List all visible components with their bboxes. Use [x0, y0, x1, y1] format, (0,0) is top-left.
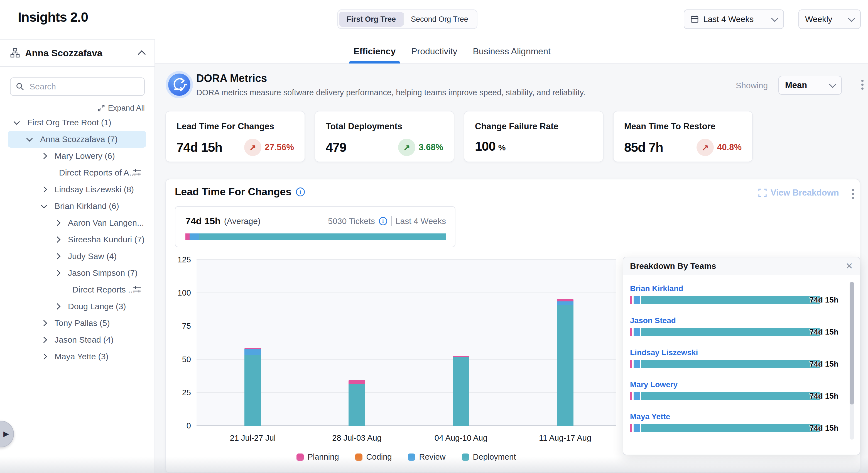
search-box[interactable] [10, 78, 145, 96]
tab-efficiency[interactable]: Efficiency [353, 39, 396, 63]
expand-all-button[interactable]: Expand All [0, 104, 145, 113]
sidebar: Anna Scozzafava Expand All First Org Tre… [0, 39, 155, 473]
team-link[interactable]: Lindsay Liszewski [630, 348, 821, 357]
bar-segment-review [633, 328, 640, 336]
chevron-down-icon [848, 15, 855, 22]
chevron-down-icon[interactable] [41, 202, 47, 209]
chevron-right-icon[interactable] [41, 354, 47, 360]
chevron-right-icon[interactable] [41, 153, 47, 159]
bar-segment-planning [630, 328, 632, 336]
info-icon[interactable]: i [296, 187, 305, 197]
tree-item[interactable]: Direct Reports of A... [0, 164, 155, 181]
team-bar-value: 74d 15h [810, 392, 838, 401]
gridline [196, 259, 616, 260]
summary-text-row: 74d 15h (Average) 5030 Tickets i Last 4 … [185, 216, 446, 227]
bar-segment-deployment [557, 305, 574, 426]
x-axis-label: 28 Jul-03 Aug [312, 434, 401, 443]
x-axis-label: 04 Aug-10 Aug [416, 434, 505, 443]
tree-item[interactable]: Aaron Van Langen... [0, 214, 155, 231]
tree-item[interactable]: Brian Kirkland (6) [0, 198, 155, 214]
tree-item[interactable]: Jason Simpson (7) [0, 265, 155, 282]
showing-select[interactable]: Mean [778, 76, 842, 95]
filter-sliders-icon[interactable] [133, 285, 142, 294]
breakdown-rows: Brian Kirkland74d 15hJason Stead74d 15hL… [630, 284, 821, 444]
dora-kebab-menu[interactable] [861, 80, 864, 90]
tree-item[interactable]: Jason Stead (4) [0, 331, 155, 348]
dora-metrics-icon [168, 73, 190, 96]
breakdown-row: Brian Kirkland74d 15h [630, 284, 821, 304]
team-link[interactable]: Jason Stead [630, 316, 821, 325]
view-breakdown-button[interactable]: View Breakdown [758, 188, 839, 198]
chevron-right-icon[interactable] [54, 237, 61, 243]
filter-sliders-icon[interactable] [133, 168, 142, 177]
chevron-down-icon[interactable] [13, 119, 20, 125]
bar-segment-planning [630, 296, 632, 304]
tree-item[interactable]: Doug Lange (3) [0, 298, 155, 315]
tree-item[interactable]: Maya Yette (3) [0, 348, 155, 365]
trend-up-arrow-icon: ↗ [696, 139, 714, 156]
stacked-bar[interactable] [348, 380, 365, 426]
search-input[interactable] [29, 82, 139, 92]
bar-segment-deployment [641, 360, 821, 368]
chevron-right-icon[interactable] [41, 320, 47, 326]
tree-item[interactable]: Judy Saw (4) [0, 248, 155, 265]
stacked-bar[interactable] [244, 348, 261, 426]
stacked-bar[interactable] [453, 356, 469, 426]
legend-swatch [297, 453, 304, 461]
tree-item-label: Judy Saw (4) [68, 252, 117, 261]
granularity-select[interactable]: Weekly [798, 9, 861, 29]
tree-item[interactable]: Anna Scozzafava (7) [8, 131, 146, 148]
tab-label: Business Alignment [473, 46, 551, 57]
tab-business-alignment[interactable]: Business Alignment [473, 39, 551, 63]
sidebar-header[interactable]: Anna Scozzafava [0, 39, 155, 67]
chevron-right-icon[interactable] [41, 337, 47, 343]
tree-item[interactable]: Lindsay Liszewski (8) [0, 181, 155, 198]
close-icon[interactable]: ✕ [845, 261, 853, 271]
team-link[interactable]: Brian Kirkland [630, 284, 821, 293]
y-tick-label: 25 [166, 388, 191, 397]
chevron-down-icon[interactable] [26, 136, 33, 142]
info-icon[interactable]: i [379, 217, 387, 225]
scrollbar-track[interactable] [849, 282, 854, 440]
tree-item[interactable]: Direct Reports ... [0, 282, 155, 298]
tree-item[interactable]: First Org Tree Root (1) [0, 114, 155, 131]
chevron-right-icon[interactable] [54, 253, 61, 260]
view-breakdown-label: View Breakdown [771, 188, 839, 198]
team-link[interactable]: Maya Yette [630, 412, 821, 421]
team-bar-value: 74d 15h [810, 360, 838, 368]
showing-value: Mean [785, 80, 807, 90]
team-bar-value: 74d 15h [810, 328, 838, 336]
date-range-select[interactable]: Last 4 Weeks [684, 9, 784, 29]
chevron-right-icon[interactable] [41, 186, 47, 193]
chevron-right-icon[interactable] [54, 303, 61, 310]
org-tree-toggle[interactable]: First Org TreeSecond Org Tree [337, 9, 477, 29]
sidebar-collapse-handle[interactable]: ▶ [0, 421, 14, 447]
team-stacked-bar: 74d 15h [630, 360, 821, 368]
lead-time-kebab-menu[interactable] [852, 189, 854, 199]
org-tree-option[interactable]: Second Org Tree [404, 12, 475, 27]
tree-item[interactable]: Tony Pallas (5) [0, 315, 155, 331]
tab-productivity[interactable]: Productivity [411, 39, 457, 63]
chevron-right-icon[interactable] [54, 220, 61, 226]
fullscreen-corners-icon [758, 188, 767, 197]
org-tree-option[interactable]: First Org Tree [339, 12, 403, 27]
metric-value: 74d 15h [177, 140, 222, 155]
bar-segment-deployment [453, 357, 469, 426]
tree-item[interactable]: Sireesha Kunduri (7) [0, 231, 155, 248]
stacked-bar[interactable] [557, 299, 574, 426]
main-tabs: EfficiencyProductivityBusiness Alignment [353, 39, 551, 63]
org-chart-icon [10, 48, 20, 58]
delta-value: 27.56% [265, 142, 294, 152]
chevron-right-icon[interactable] [54, 270, 61, 276]
x-axis-label: 11 Aug-17 Aug [521, 434, 610, 443]
summary-qualifier: (Average) [224, 216, 260, 226]
org-tree: First Org Tree Root (1)Anna Scozzafava (… [0, 114, 155, 365]
team-link[interactable]: Mary Lowery [630, 380, 821, 389]
trend-up-arrow-icon: ↗ [398, 139, 415, 156]
main-tabs-row: EfficiencyProductivityBusiness Alignment [155, 39, 868, 63]
tree-item[interactable]: Mary Lowery (6) [0, 148, 155, 164]
chevron-up-icon[interactable] [138, 51, 146, 58]
dora-section-description: DORA metrics measure software delivery p… [196, 88, 585, 97]
scrollbar-thumb[interactable] [849, 282, 854, 405]
bar-segment-deployment [641, 296, 821, 304]
